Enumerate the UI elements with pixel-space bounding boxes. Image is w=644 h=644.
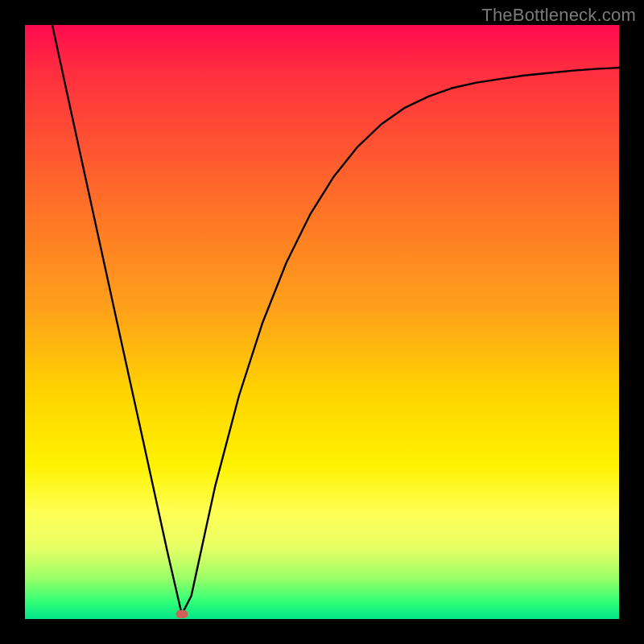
plot-area (25, 25, 619, 619)
chart-frame: TheBottleneck.com (0, 0, 644, 644)
min-point-marker (176, 610, 188, 618)
bottleneck-curve (52, 25, 619, 614)
curve-svg (25, 25, 619, 619)
watermark-text: TheBottleneck.com (481, 5, 636, 26)
